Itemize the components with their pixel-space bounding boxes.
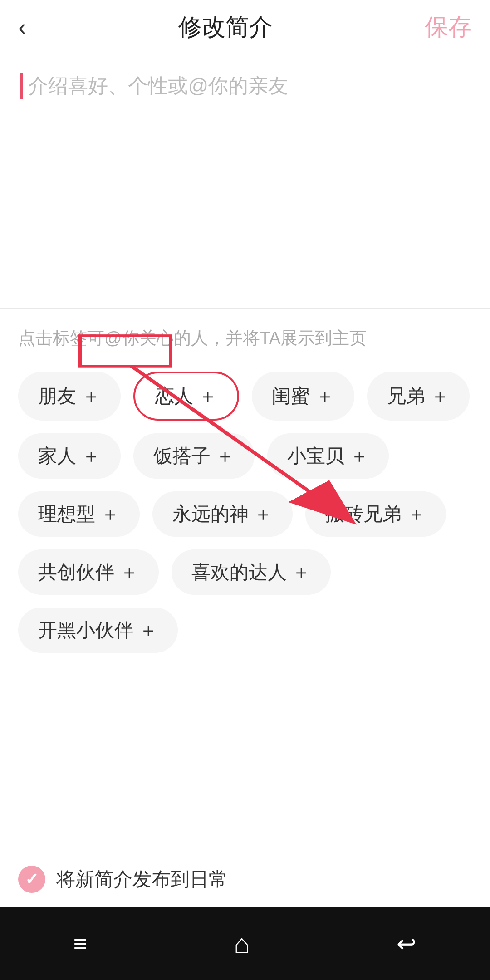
check-icon: ✓ (25, 870, 39, 889)
save-button[interactable]: 保存 (425, 11, 472, 43)
tag-item-pengyou[interactable]: 朋友 ＋ (18, 372, 121, 421)
tag-item-yongyuandeshen[interactable]: 永远的神 ＋ (152, 491, 293, 537)
tag-item-fandazi[interactable]: 饭搭子 ＋ (133, 433, 255, 479)
nav-home-icon[interactable]: ⌂ (234, 928, 250, 960)
tags-grid: 朋友 ＋恋人 ＋闺蜜 ＋兄弟 ＋家人 ＋饭搭子 ＋小宝贝 ＋理想型 ＋永远的神 … (18, 372, 472, 653)
bio-placeholder: 介绍喜好、个性或@你的亲友 (28, 74, 288, 97)
publish-bar: ✓ 将新简介发布到日常 (0, 851, 490, 907)
tag-item-xihuan[interactable]: 喜欢的达人 ＋ (172, 549, 331, 595)
publish-checkbox[interactable]: ✓ (18, 866, 45, 893)
nav-bar: ≡ ⌂ ↩ (0, 907, 490, 980)
tag-item-banzhuanxiongdi[interactable]: 搬砖兄弟 ＋ (305, 491, 446, 537)
tag-item-gongchuanghuo[interactable]: 共创伙伴 ＋ (18, 549, 159, 595)
page-title: 修改简介 (178, 11, 273, 43)
header: ‹ 修改简介 保存 (0, 0, 490, 54)
tags-hint-text: 点击标签可@你关心的人，并将TA展示到主页 (18, 327, 472, 350)
bio-input-area[interactable]: 介绍喜好、个性或@你的亲友 (0, 54, 490, 309)
tag-item-kaihei[interactable]: 开黑小伙伴 ＋ (18, 608, 178, 653)
tag-item-xiaobaobi[interactable]: 小宝贝 ＋ (267, 433, 389, 479)
tag-item-闺蜜[interactable]: 闺蜜 ＋ (252, 372, 354, 421)
tag-item-xiongdi[interactable]: 兄弟 ＋ (367, 372, 470, 421)
publish-label: 将新简介发布到日常 (56, 867, 228, 892)
tag-item-lixiangxing[interactable]: 理想型 ＋ (18, 491, 140, 537)
tag-item-lianren[interactable]: 恋人 ＋ (133, 372, 240, 421)
nav-back-icon[interactable]: ↩ (397, 930, 416, 957)
cursor-indicator (20, 74, 23, 99)
nav-menu-icon[interactable]: ≡ (74, 930, 87, 957)
tag-item-jiaren[interactable]: 家人 ＋ (18, 433, 121, 479)
tags-section: 点击标签可@你关心的人，并将TA展示到主页 朋友 ＋恋人 ＋闺蜜 ＋兄弟 ＋家人… (0, 309, 490, 671)
back-button[interactable]: ‹ (18, 14, 26, 41)
